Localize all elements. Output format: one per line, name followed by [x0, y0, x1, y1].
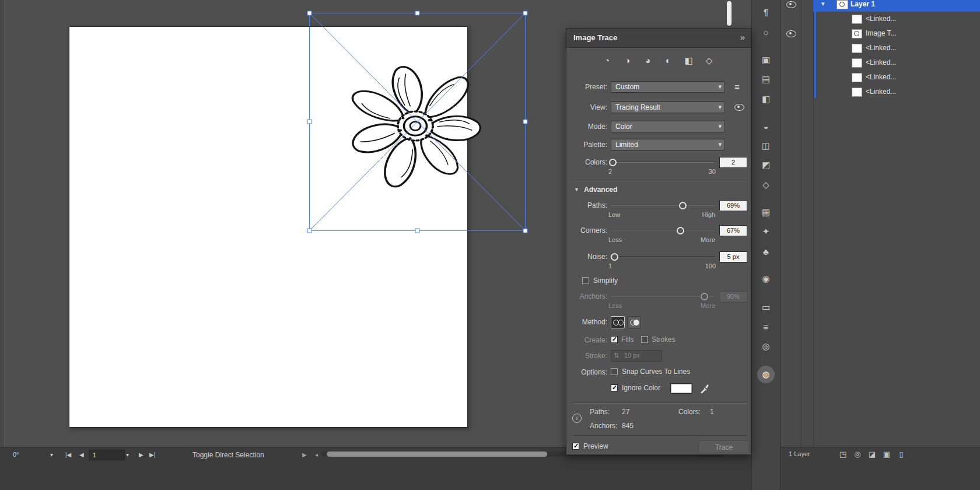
3d-panel-icon[interactable]: ◇ — [757, 176, 775, 194]
paths-slider[interactable] — [611, 200, 715, 211]
color-guide-panel-icon[interactable]: ◫ — [757, 137, 775, 155]
slider-track[interactable] — [611, 230, 715, 231]
slider-track[interactable] — [611, 162, 715, 163]
mode-dropdown[interactable]: Color ▾ — [611, 121, 725, 132]
transform-panel-icon[interactable]: ▣ — [757, 51, 775, 69]
corners-slider[interactable] — [611, 225, 715, 236]
paths-value-field[interactable]: 69% — [719, 200, 747, 211]
item-name[interactable]: <Linked... — [866, 85, 896, 99]
slider-track[interactable] — [611, 205, 715, 206]
collapse-panel-icon[interactable]: » — [740, 32, 745, 42]
item-name[interactable]: Image T... — [866, 26, 896, 41]
slider-thumb[interactable] — [679, 202, 687, 209]
stroke-panel-icon[interactable]: ○ — [757, 23, 775, 41]
black-and-white-icon[interactable]: ◧ — [682, 54, 695, 67]
rotation-value[interactable]: 0° — [13, 451, 19, 458]
document-vertical-scrollbar[interactable] — [727, 1, 732, 26]
corners-value-field[interactable]: 67% — [719, 225, 747, 236]
noise-value-field[interactable]: 5 px — [719, 251, 747, 262]
new-layer-icon[interactable]: ▣ — [880, 450, 893, 459]
slider-thumb — [701, 293, 708, 300]
preset-dropdown[interactable]: Custom ▾ — [611, 81, 725, 93]
color-panel-icon[interactable]: ◒ — [757, 117, 775, 135]
gradient-panel-icon[interactable]: ◩ — [757, 156, 775, 174]
layer-item-row[interactable]: <Linked... — [780, 85, 980, 99]
outline-icon[interactable]: ◇ — [702, 54, 716, 67]
layer-name[interactable]: Layer 1 — [850, 0, 875, 12]
noise-slider[interactable] — [611, 251, 715, 262]
placed-flower-image[interactable] — [342, 65, 488, 188]
low-color-icon[interactable]: ◕ — [641, 54, 654, 67]
preset-menu-icon[interactable]: ≡ — [734, 82, 740, 92]
preset-label: Preset: — [566, 81, 607, 93]
swatches-panel-icon[interactable]: ▦ — [757, 204, 775, 221]
colors-slider[interactable] — [611, 156, 715, 168]
divider — [571, 435, 746, 436]
artboard-dropdown-chevron-icon[interactable]: ▾ — [126, 452, 129, 458]
item-name[interactable]: <Linked... — [866, 55, 896, 70]
properties-panel-icon[interactable]: ≡ — [757, 318, 775, 335]
ignore-color-checkbox[interactable]: ✓ — [611, 384, 618, 391]
eyedropper-icon[interactable] — [699, 383, 710, 393]
auto-color-icon[interactable]: ◔ — [600, 54, 614, 67]
layer-item-row[interactable]: <Linked... — [780, 12, 980, 26]
slider-track[interactable] — [611, 256, 715, 257]
last-artboard-button[interactable]: ▶| — [149, 452, 155, 458]
horizontal-scrollbar-thumb[interactable] — [327, 452, 547, 457]
scroll-left-arrow-icon[interactable]: ◂ — [315, 452, 318, 458]
delete-layer-icon[interactable]: ▯ — [895, 450, 908, 459]
layer-item-row[interactable]: <Linked... — [780, 55, 980, 70]
method-abutting-button[interactable] — [611, 316, 625, 328]
grayscale-icon[interactable]: ◐ — [662, 54, 675, 67]
item-name[interactable]: <Linked... — [866, 41, 896, 55]
method-overlapping-button[interactable] — [627, 316, 641, 328]
layer-item-row[interactable]: <Linked... — [780, 41, 980, 55]
snap-curves-checkbox[interactable] — [611, 368, 618, 375]
item-name[interactable]: <Linked... — [866, 70, 896, 85]
slider-thumb[interactable] — [611, 253, 618, 261]
artboard-number-field[interactable]: 1 — [89, 450, 125, 460]
view-dropdown[interactable]: Tracing Result ▾ — [611, 102, 725, 113]
rotation-chevron-icon[interactable]: ▾ — [50, 452, 53, 458]
make-mask-icon[interactable]: ◪ — [866, 450, 878, 459]
visibility-toggle[interactable] — [786, 30, 796, 39]
next-artboard-button[interactable]: ▶ — [139, 452, 144, 458]
artboards-panel-icon[interactable]: ▭ — [757, 299, 775, 316]
paragraph-panel-icon[interactable]: ¶ — [757, 3, 775, 20]
palette-dropdown[interactable]: Limited ▾ — [611, 139, 725, 150]
strokes-checkbox[interactable] — [641, 336, 648, 343]
symbols-panel-icon[interactable]: ♣ — [757, 243, 775, 260]
high-color-icon[interactable]: ◑ — [621, 54, 634, 67]
slider-thumb[interactable] — [609, 159, 617, 166]
colors-value-field[interactable]: 2 — [719, 157, 747, 168]
collect-export-icon[interactable]: ◳ — [836, 450, 849, 459]
previous-artboard-button[interactable]: ◀ — [79, 452, 84, 458]
trace-button[interactable]: Trace — [698, 440, 750, 453]
ignore-color-swatch[interactable] — [670, 383, 692, 394]
advanced-twisty-icon[interactable]: ▼ — [574, 187, 579, 192]
simplify-checkbox[interactable] — [582, 277, 589, 284]
layers-panel-footer: 1 Layer ◳ ◎ ◪ ▣ ▯ — [780, 447, 980, 490]
slider-thumb[interactable] — [677, 227, 684, 235]
appearance-panel-icon[interactable]: ◉ — [757, 270, 775, 288]
anchors-min-label: Less — [608, 302, 622, 309]
visibility-toggle[interactable] — [786, 1, 796, 10]
image-trace-panel-icon[interactable]: ◍ — [757, 366, 775, 383]
fills-checkbox[interactable]: ✓ — [611, 336, 618, 343]
layer-row[interactable]: ▾ Layer 1 — [780, 0, 980, 12]
first-artboard-button[interactable]: |◀ — [65, 452, 71, 458]
advanced-header[interactable]: ▼ Advanced — [566, 184, 751, 196]
preview-checkbox[interactable]: ✓ — [572, 443, 579, 450]
layer-item-row[interactable]: Image T... — [780, 26, 980, 41]
align-panel-icon[interactable]: ▤ — [757, 71, 775, 88]
brushes-panel-icon[interactable]: ✦ — [757, 223, 775, 240]
transparency-panel-icon[interactable]: ◎ — [757, 338, 775, 355]
view-eye-icon[interactable] — [734, 104, 744, 111]
expand-chevron-icon[interactable]: ▾ — [821, 0, 825, 8]
locate-object-icon[interactable]: ◎ — [851, 450, 864, 459]
status-flyout-icon[interactable]: ▶ — [302, 452, 307, 458]
item-name[interactable]: <Linked... — [866, 12, 896, 26]
anchors-row: Anchors: 90% Less More — [566, 290, 751, 314]
layer-item-row[interactable]: <Linked... — [780, 70, 980, 85]
pathfinder-panel-icon[interactable]: ◧ — [757, 90, 775, 108]
